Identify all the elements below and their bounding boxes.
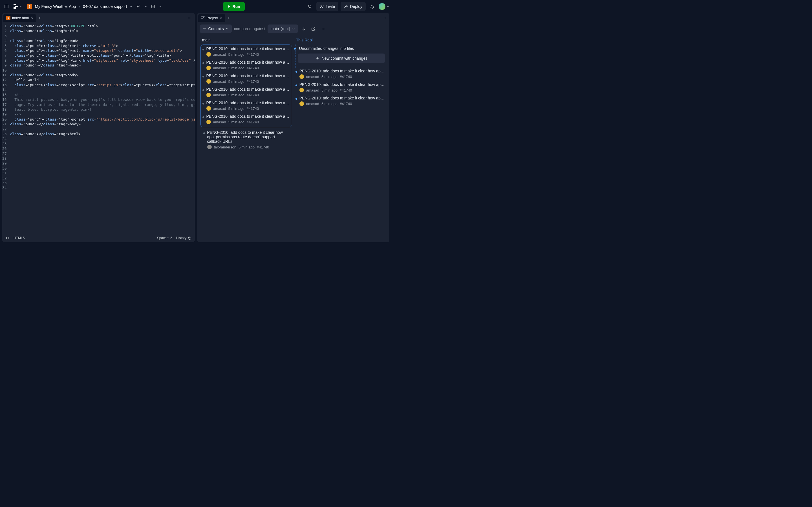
add-tab-button[interactable]: + [36,14,43,21]
svg-line-22 [313,27,315,29]
notifications-button[interactable] [368,2,376,11]
commit-title: PENG-2010: add docs to make it clear how… [299,82,385,87]
uncommitted-banner: Uncommitted changes in 5 files New commi… [298,45,386,68]
commit-item[interactable]: PENG-2010: add docs to make it clear how… [294,81,386,95]
commit-hash: #41740 [340,102,352,106]
svg-rect-0 [5,5,8,8]
commit-dot-icon [294,48,296,50]
commit-title: PENG-2010: add docs to make it clear how… [299,96,385,100]
chevron-down-icon [19,5,22,8]
status-history[interactable]: History [176,236,191,240]
repl-column: This Repl Uncommitted changes in 5 files… [293,35,387,156]
project-body: main PENG-2010: add docs to make it clea… [197,35,390,242]
svg-marker-8 [229,5,231,8]
svg-point-16 [204,16,204,17]
commit-title: PENG-2010: add docs to make it clear how… [206,47,290,51]
commit-author: amasad [306,75,319,79]
commit-time: 5 min ago [321,102,338,106]
project-more-button[interactable]: ⋯ [380,16,388,20]
panel-left-icon [4,4,9,9]
git-commit-icon [203,27,207,31]
project-name[interactable]: My Fancy Weather App [35,4,76,9]
commit-item[interactable]: PENG-2010: add docs to make it clear how… [294,68,386,81]
layout-button[interactable] [150,3,156,10]
commit-title: PENG-2010: add docs to make it clear how… [206,73,290,78]
html-file-icon: 5 [27,4,32,9]
open-external-button[interactable] [310,25,317,33]
commit-dot-icon [202,103,204,105]
svg-point-17 [202,18,202,19]
toggle-sidebar-button[interactable] [2,2,11,11]
history-icon [188,236,192,240]
commit-time: 5 min ago [321,88,338,93]
commit-item[interactable]: PENG-2010: add docs to make it clear how… [201,59,291,72]
run-button[interactable]: Run [223,2,245,11]
status-spaces[interactable]: Spaces: 2 [157,236,172,240]
new-commit-button[interactable]: New commit with changes [298,54,385,63]
header-right: Invite Deploy [306,2,389,11]
commit-author: amasad [213,66,226,70]
search-button[interactable] [306,2,314,11]
author-avatar [206,52,211,57]
chevron-down-icon [292,27,295,31]
add-tab-button[interactable]: + [225,14,232,21]
project-tab[interactable]: Project ✕ [198,14,225,22]
commits-dropdown[interactable]: Commits [200,24,232,33]
line-gutter: 1 2 3 4 5 6 7 8 9 10 11 12 13 14 15 16 1… [2,22,9,191]
commit-author: amasad [306,88,319,93]
git-branch-icon [201,16,205,20]
header-left [2,2,22,11]
compare-label: compared against [234,26,265,31]
commit-author: amasad [306,102,319,106]
editor-more-button[interactable]: ⋯ [186,16,194,20]
branch-name[interactable]: 04-07 dark mode support [83,4,127,9]
commit-author: amasad [213,107,226,111]
svg-point-3 [139,5,140,6]
commit-title: PENG-2010: add docs to make it clear how… [206,101,290,105]
commit-item[interactable]: PENG-2010: add docs to make it clear how… [202,129,290,152]
author-avatar [299,101,304,106]
commit-hash: #41740 [247,79,259,83]
commit-hash: #41740 [247,107,259,111]
project-pane: Project ✕ + ⋯ Commits compared against m… [197,13,390,242]
user-avatar [378,3,386,10]
replit-logo-icon [13,4,18,9]
editor-tab-index[interactable]: 5 index.html ✕ [3,14,36,22]
branch-select[interactable]: main (root) [267,24,298,33]
toolbar-more-button[interactable]: ⋯ [319,27,327,31]
commit-item[interactable]: PENG-2010: add docs to make it clear how… [201,113,291,126]
author-avatar [299,88,304,93]
commit-item[interactable]: PENG-2010: add docs to make it clear how… [294,95,386,108]
commit-hash: #41740 [247,120,259,124]
author-avatar [206,106,211,111]
breadcrumb-separator: › [79,4,80,9]
commit-title: PENG-2010: add docs to make it clear how… [299,69,385,73]
commit-dot-icon [202,89,204,91]
account-menu[interactable] [378,3,389,10]
pull-button[interactable] [300,25,308,33]
svg-point-15 [202,16,202,17]
commit-author: taloranderson [214,145,237,149]
chevron-down-icon[interactable] [159,5,162,8]
code-icon [6,236,10,240]
invite-button[interactable]: Invite [316,2,338,11]
commit-item[interactable]: PENG-2010: add docs to make it clear how… [201,86,291,100]
project-toolbar: Commits compared against main (root) ⋯ [197,22,390,35]
replit-logo-button[interactable] [13,4,22,9]
close-icon[interactable]: ✕ [31,16,33,20]
chevron-down-icon[interactable] [144,5,147,8]
author-avatar [207,145,212,149]
code-lines[interactable]: class="punc"><class="tag">!DOCTYPE html>… [9,22,195,191]
chevron-down-icon[interactable] [130,5,133,8]
status-language[interactable]: HTML5 [13,236,24,240]
commit-item[interactable]: PENG-2010: add docs to make it clear how… [201,100,291,113]
commit-item[interactable]: PENG-2010: add docs to make it clear how… [201,72,291,86]
svg-point-4 [137,7,138,8]
commit-time: 5 min ago [229,52,245,57]
code-editor[interactable]: 1 2 3 4 5 6 7 8 9 10 11 12 13 14 15 16 1… [2,22,195,234]
close-icon[interactable]: ✕ [220,16,222,20]
project-tabbar: Project ✕ + ⋯ [197,13,390,22]
deploy-button[interactable]: Deploy [341,2,366,11]
git-branch-button[interactable] [135,3,142,10]
commit-item[interactable]: PENG-2010: add docs to make it clear how… [201,45,291,59]
